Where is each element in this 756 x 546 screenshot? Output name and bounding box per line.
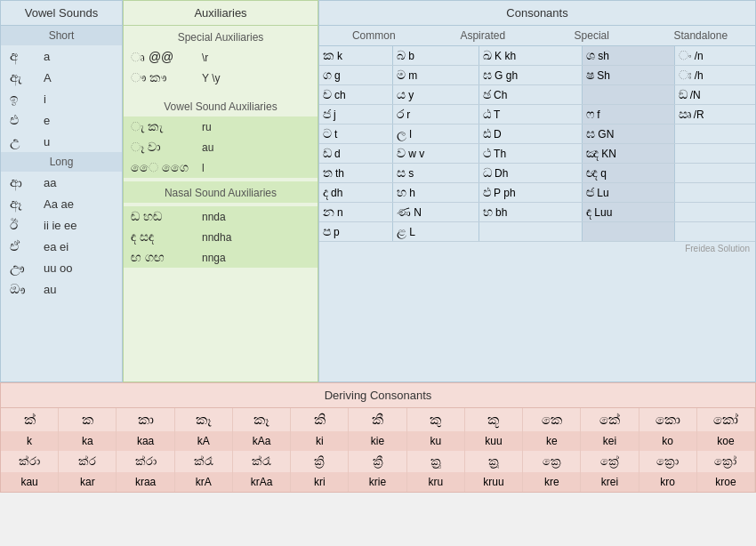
deriving-sinhala-cell2: ක්‍රු — [407, 451, 465, 472]
asp-sinhala: ඨ — [483, 107, 491, 121]
common-cell: ඩd — [319, 144, 393, 164]
deriving-latin-cell: koe — [697, 431, 755, 451]
aux-row: ෘ @@\r — [124, 47, 318, 68]
consonants-grid: කkබbඛK khශshං/nගgමmඝG ghෂShඃ/hචchයyඡChඞ/… — [319, 46, 755, 242]
aux-sinhala: ැ කැ — [131, 119, 202, 134]
deriving-sinhala-cell2: ක්‍රෙ — [523, 451, 581, 472]
stand-latin: /N — [690, 89, 701, 101]
asp-sinhala: ඪ — [483, 126, 491, 141]
standalone-subheader: Standalone — [647, 26, 756, 45]
cons-sinhala: ද — [323, 185, 328, 199]
vowel-latin: uu oo — [44, 261, 73, 275]
deriving-sinhala-cell2: ක්රෑ — [233, 451, 291, 472]
spec-sinhala: ඳ — [586, 205, 591, 219]
deriving-row1-latin: kkakaakAkAakikiekukuukekeikokoe — [1, 431, 755, 451]
asp-sinhala: භ — [483, 205, 493, 219]
asp-latin: Ch — [494, 89, 507, 101]
cons-sinhala: ව — [397, 146, 406, 160]
deriving-sinhala-cell2: ක්රා — [1, 451, 59, 472]
vowel-aux-list: ැ කැruෑ වාauෙෙ ගෙෙl — [124, 116, 318, 178]
deriving-latin-cell: ki — [291, 431, 349, 451]
vowel-sinhala: ඊ — [10, 217, 36, 233]
consonant-row: තthසsධDhඥq — [319, 164, 755, 183]
spec-latin: sh — [598, 50, 609, 62]
special-cell — [583, 222, 674, 242]
special-cell: ශsh — [583, 46, 674, 66]
deriving-sinhala-cell: ක — [59, 408, 117, 431]
asp-sinhala: ධ — [483, 165, 492, 180]
common-cell2: යy — [393, 85, 479, 105]
auxiliaries-column: Auxiliaries Special Auxiliaries ෘ @@\rෟ … — [123, 0, 318, 382]
cons-latin: L — [409, 226, 415, 238]
stand-latin: /R — [694, 108, 704, 121]
deriving-sinhala-cell: කෙ — [523, 408, 581, 431]
cons-sinhala: ට — [323, 126, 332, 141]
vowel-sinhala: ඒ — [10, 238, 36, 254]
deriving-sinhala-cell: කී — [349, 408, 406, 431]
spec-latin: KN — [601, 148, 616, 160]
asp-latin: P ph — [494, 187, 515, 199]
cons-latin: m — [408, 69, 417, 82]
top-section: Vowel Sounds Short අaඇAඉiඑeඋu Long ආaaඈA… — [0, 0, 756, 382]
common-cell: දdh — [319, 183, 393, 203]
deriving-latin-cell: kei — [581, 431, 639, 451]
cons-latin: b — [408, 50, 414, 62]
deriving-sinhala-cell: කො — [639, 408, 697, 431]
vowel-latin: e — [44, 114, 50, 127]
deriving-sinhala-cell2: ක්‍රි — [291, 451, 349, 472]
aux-sinhala: ඬ හඬ — [131, 209, 202, 224]
spec-latin: Luu — [594, 206, 612, 219]
consonants-column: Consonants Common Aspirated Special Stan… — [318, 0, 756, 382]
consonant-row: ඩdවw vථThඤKN — [319, 144, 755, 164]
auxiliaries-header: Auxiliaries — [124, 1, 318, 26]
cons-sinhala: ස — [397, 165, 406, 180]
asp-latin: bh — [495, 206, 507, 219]
nasal-aux-list: ඬ හඬnndaඳ සඳnndhaඟ ගඟnnga — [124, 206, 318, 268]
deriving-consonants-section: Deriving Consonants ක්කකාකෑකෑකිකීකුකූකෙක… — [0, 382, 756, 493]
consonants-sub-headers: Common Aspirated Special Standalone — [319, 26, 755, 46]
aux-row: ැ කැru — [124, 116, 318, 137]
standalone-cell — [674, 222, 755, 242]
asp-latin: Dh — [495, 167, 508, 180]
short-vowels-header: Short — [1, 26, 122, 45]
aux-latin: nnga — [202, 252, 226, 264]
special-cell: ෆf — [583, 105, 674, 124]
cons-sinhala: ය — [397, 87, 406, 101]
asp-sinhala: ථ — [483, 146, 491, 160]
deriving-sinhala-cell2: ක්රෑ — [175, 451, 233, 472]
stand-sinhala: ඍ — [679, 107, 691, 121]
aspirated-subheader: Aspirated — [429, 26, 538, 45]
cons-latin: s — [408, 167, 414, 180]
watermark: Freidea Solution — [319, 242, 755, 255]
deriving-sinhala-cell: කෑ — [233, 408, 291, 431]
cons-sinhala: න — [323, 205, 334, 219]
nasal-aux-row: ඟ ගඟnnga — [124, 247, 318, 268]
cons-sinhala: බ — [397, 48, 406, 62]
aspirated-cell — [479, 222, 583, 242]
deriving-sinhala-cell2: ක්‍රො — [639, 451, 697, 472]
spec-sinhala: ඝ — [586, 126, 595, 141]
standalone-cell — [674, 124, 755, 144]
cons-sinhala: ග — [323, 68, 332, 82]
deriving-sinhala-cell2: ක්‍රේ — [581, 451, 639, 472]
cons-latin: j — [334, 108, 336, 121]
aspirated-cell: ඵP ph — [479, 183, 583, 203]
deriving-sinhala-cell2: ක්‍රෝ — [697, 451, 755, 472]
aspirated-cell: ඝG gh — [479, 66, 583, 85]
vowel-sinhala: එ — [10, 112, 36, 128]
spec-latin: Sh — [597, 69, 610, 82]
cons-sinhala: ජ — [323, 107, 331, 121]
deriving-sinhala-cell2: ක්‍රූ — [465, 451, 523, 472]
common-cell: කk — [319, 46, 393, 66]
vowel-latin: i — [44, 92, 46, 106]
deriving-latin-cell: kAa — [233, 431, 291, 451]
vowel-sinhala: ඖ — [10, 281, 36, 297]
deriving-sinhala-cell2: ක්‍රී — [349, 451, 406, 472]
vowel-row: ඊii ie ee — [1, 214, 122, 236]
common-cell: නn — [319, 203, 393, 222]
stand-sinhala: ඃ — [679, 68, 692, 82]
consonants-table: කkබbඛK khශshං/nගgමmඝG ghෂShඃ/hචchයyඡChඞ/… — [319, 46, 755, 242]
aspirated-cell: ඛK kh — [479, 46, 583, 66]
spec-sinhala: ෂ — [586, 68, 594, 82]
deriving-sinhala-cell2: ක්රා — [117, 451, 174, 472]
